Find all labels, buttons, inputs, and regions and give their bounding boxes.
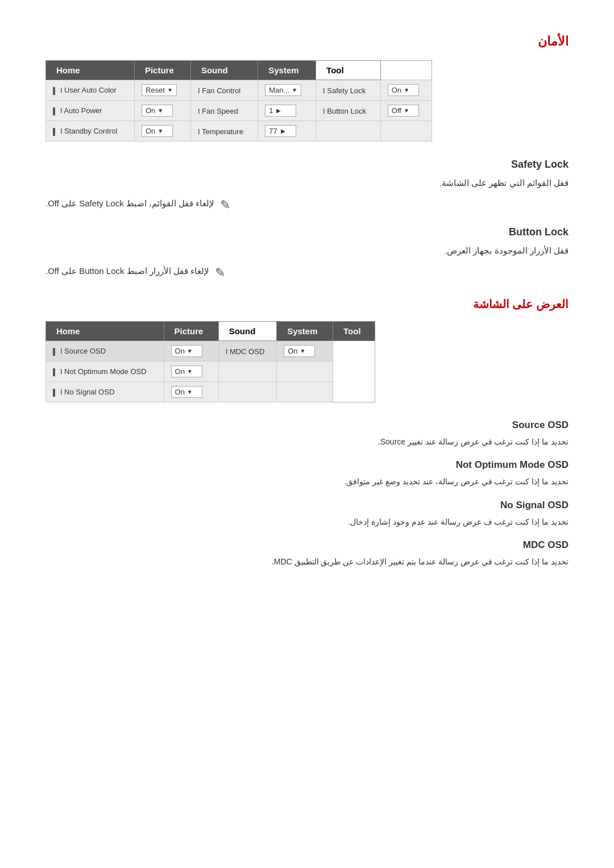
safety-lock-desc2-row: ✎ لإلغاء قفل القوائم، اضبط Safety Lock ع…	[45, 197, 569, 213]
fan-control-select[interactable]: Man... ▼	[265, 84, 301, 96]
row1-col3: I Fan Control	[190, 80, 258, 101]
row3-col4[interactable]: 77 ▶	[258, 121, 316, 142]
safety-lock-heading: Safety Lock	[45, 159, 569, 171]
no-signal-select[interactable]: On ▼	[171, 386, 202, 398]
not-optimum-desc: تحديد ما إذا كنت ترغب في عرض رسالة، عند …	[45, 475, 569, 488]
dropdown-arrow: ▼	[187, 368, 193, 375]
safety-lock-desc2: لإلغاء قفل القوائم، اضبط Safety Lock على…	[45, 197, 214, 210]
menu-table-1: Home Picture Sound System Tool I User Au…	[45, 60, 432, 142]
dropdown-arrow: ▼	[157, 128, 163, 134]
disp-row1-col4[interactable]: On ▼	[277, 341, 333, 362]
row3-bar	[53, 128, 55, 136]
dropdown-arrow: ▼	[187, 348, 193, 354]
button-lock-select[interactable]: Off ▼	[388, 105, 419, 117]
disp-row2-label: I Not Optimum Mode OSD	[46, 362, 164, 382]
no-signal-section: No Signal OSD تحديد ما إذا كنت ترغب ف عر…	[45, 500, 569, 528]
disp-row1-col3: I MDC OSD	[218, 341, 276, 362]
row1-col5: I Safety Lock	[316, 80, 381, 101]
safety-lock-section: Safety Lock قفل القوائم التي تظهر على ال…	[45, 159, 569, 213]
row2-col2[interactable]: On ▼	[134, 101, 190, 121]
row-bar	[53, 389, 55, 397]
tab-sound-1[interactable]: Sound	[190, 61, 258, 80]
not-optimum-select[interactable]: On ▼	[171, 366, 202, 377]
button-lock-desc2: لإلغاء قفل الأزرار اضبط Button Lock على …	[45, 264, 209, 278]
row1-bar	[53, 87, 55, 95]
standby-control-select[interactable]: On ▼	[142, 125, 173, 137]
table-row: I No Signal OSD On ▼	[46, 382, 375, 402]
section-title-amaan: الأمان	[45, 34, 569, 49]
disp-row3-col3	[218, 382, 276, 402]
no-signal-heading: No Signal OSD	[45, 500, 569, 511]
tab2-home[interactable]: Home	[46, 322, 164, 341]
tab-tool-1[interactable]: Tool	[316, 61, 381, 80]
table-row: I Source OSD On ▼ I MDC OSD On ▼	[46, 341, 375, 362]
row2-col6[interactable]: Off ▼	[380, 101, 432, 121]
tab2-sound[interactable]: Sound	[218, 322, 276, 341]
tab-spacer-1	[380, 61, 432, 80]
pencil-icon-1: ✎	[220, 198, 230, 213]
row2-col3: I Fan Speed	[190, 101, 258, 121]
row3-col5	[316, 121, 381, 142]
not-optimum-heading: Not Optimum Mode OSD	[45, 459, 569, 471]
row2-col4[interactable]: 1 ▶	[258, 101, 316, 121]
tab2-picture[interactable]: Picture	[164, 322, 218, 341]
disp-row2-col2[interactable]: On ▼	[164, 362, 218, 382]
dropdown-arrow: ▼	[157, 107, 163, 114]
dropdown-arrow: ▼	[404, 87, 409, 93]
section-amaan: الأمان Home Picture Sound System Tool I …	[45, 34, 569, 280]
temperature-select[interactable]: 77 ▶	[265, 125, 296, 137]
source-osd-select[interactable]: On ▼	[171, 345, 202, 357]
dropdown-arrow: ▼	[300, 348, 305, 354]
disp-row1-col2[interactable]: On ▼	[164, 341, 218, 362]
source-osd-section: Source OSD تحديد ما إذا كنت ترغب في عرض …	[45, 420, 569, 448]
tab-system-1[interactable]: System	[258, 61, 316, 80]
user-auto-color-select[interactable]: Reset ▼	[142, 84, 177, 96]
tab2-tool[interactable]: Tool	[333, 322, 375, 341]
button-lock-section: Button Lock قفل الأزرار الموجودة بجهاز ا…	[45, 226, 569, 280]
tab2-system[interactable]: System	[277, 322, 333, 341]
row2-label: I Auto Power	[46, 101, 135, 121]
row3-col2[interactable]: On ▼	[134, 121, 190, 142]
mdc-osd-desc: تحديد ما إذا كنت ترغب في عرض رسالة عندما…	[45, 555, 569, 568]
row3-col3: I Temperature	[190, 121, 258, 142]
right-arrow: ▶	[281, 128, 285, 134]
right-arrow: ▶	[276, 107, 281, 114]
menu-table-2: Home Picture Sound System Tool I Source …	[45, 321, 375, 402]
disp-row3-col2[interactable]: On ▼	[164, 382, 218, 402]
pencil-icon-2: ✎	[215, 265, 225, 280]
source-osd-desc: تحديد ما إذا كنت ترغب في عرض رسالة عند ت…	[45, 435, 569, 448]
disp-row2-col3	[218, 362, 276, 382]
row1-col4[interactable]: Man... ▼	[258, 80, 316, 101]
button-lock-desc1: قفل الأزرار الموجودة بجهاز العرض.	[45, 244, 569, 258]
mdc-osd-section: MDC OSD تحديد ما إذا كنت ترغب في عرض رسا…	[45, 539, 569, 568]
safety-lock-desc1: قفل القوائم التي تظهر على الشاشة.	[45, 176, 569, 190]
auto-power-select[interactable]: On ▼	[142, 105, 173, 117]
disp-row3-label: I No Signal OSD	[46, 382, 164, 402]
table-row: I User Auto Color Reset ▼ I Fan Control …	[46, 80, 432, 101]
row3-label: I Standby Control	[46, 121, 135, 142]
mdc-osd-heading: MDC OSD	[45, 539, 569, 551]
no-signal-desc: تحديد ما إذا كنت ترغب ف عرض رسالة عند عد…	[45, 516, 569, 528]
row2-col5: I Button Lock	[316, 101, 381, 121]
disp-row2-col4	[277, 362, 333, 382]
row-bar	[53, 368, 55, 376]
table-row: I Not Optimum Mode OSD On ▼	[46, 362, 375, 382]
row-bar	[53, 348, 55, 356]
section-title-display: العرض على الشاشة	[45, 297, 569, 311]
fan-speed-select[interactable]: 1 ▶	[265, 105, 296, 117]
table-row: I Auto Power On ▼ I Fan Speed 1 ▶	[46, 101, 432, 121]
disp-row3-col4	[277, 382, 333, 402]
tab-home-1[interactable]: Home	[46, 61, 135, 80]
mdc-osd-select[interactable]: On ▼	[284, 345, 315, 357]
dropdown-arrow: ▼	[167, 87, 173, 93]
safety-lock-select[interactable]: On ▼	[388, 84, 419, 96]
row1-col6[interactable]: On ▼	[380, 80, 432, 101]
dropdown-arrow: ▼	[404, 107, 409, 114]
disp-row1-label: I Source OSD	[46, 341, 164, 362]
row1-label: I User Auto Color	[46, 80, 135, 101]
row3-col6	[380, 121, 432, 142]
tab-picture-1[interactable]: Picture	[134, 61, 190, 80]
source-osd-heading: Source OSD	[45, 420, 569, 431]
table-row: I Standby Control On ▼ I Temperature 77 …	[46, 121, 432, 142]
row1-col2[interactable]: Reset ▼	[134, 80, 190, 101]
